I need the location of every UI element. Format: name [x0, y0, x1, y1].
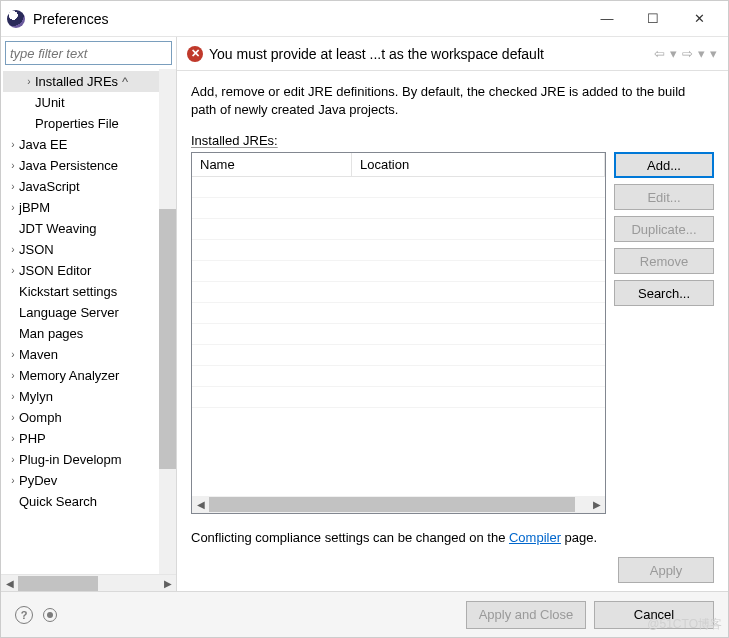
table-row	[192, 387, 605, 408]
twisty-icon[interactable]: ›	[7, 454, 19, 465]
tree-item[interactable]: ›Plug-in Developm	[3, 449, 176, 470]
table-row	[192, 303, 605, 324]
tree-item[interactable]: Language Server	[3, 302, 176, 323]
table-row	[192, 408, 605, 496]
twisty-icon[interactable]: ›	[7, 160, 19, 171]
search-button[interactable]: Search...	[614, 280, 714, 306]
tree-item[interactable]: ›PHP	[3, 428, 176, 449]
tree-item-label: Java EE	[19, 137, 67, 152]
apply-button[interactable]: Apply	[618, 557, 714, 583]
tree-item[interactable]: ›jBPM	[3, 197, 176, 218]
twisty-icon[interactable]: ›	[7, 412, 19, 423]
view-menu-icon[interactable]: ▾	[709, 46, 718, 61]
duplicate-button[interactable]: Duplicate...	[614, 216, 714, 242]
tree-item[interactable]: Kickstart settings	[3, 281, 176, 302]
maximize-button[interactable]: ☐	[630, 1, 676, 37]
column-header-name[interactable]: Name	[192, 153, 352, 177]
tree-item-label: Memory Analyzer	[19, 368, 119, 383]
tree-item[interactable]: ›JSON	[3, 239, 176, 260]
nav-back-menu-icon[interactable]: ▾	[669, 46, 678, 61]
column-header-location[interactable]: Location	[352, 153, 605, 177]
remove-button[interactable]: Remove	[614, 248, 714, 274]
filter-input[interactable]	[5, 41, 172, 65]
tree-item-label: Oomph	[19, 410, 62, 425]
table-hscroll-right-icon[interactable]: ▶	[588, 496, 605, 513]
tree-item[interactable]: ›Installed JREs ^	[3, 71, 176, 92]
tree-item[interactable]: Properties File	[3, 113, 176, 134]
table-row	[192, 282, 605, 303]
table-hscroll[interactable]: ◀ ▶	[192, 496, 605, 513]
close-button[interactable]: ✕	[676, 1, 722, 37]
tree-vscroll-track[interactable]	[159, 69, 176, 574]
tree-item[interactable]: JDT Weaving	[3, 218, 176, 239]
twisty-icon[interactable]: ›	[7, 475, 19, 486]
tree-item-label: jBPM	[19, 200, 50, 215]
bottom-bar: ? Apply and Close Cancel	[1, 591, 728, 637]
tree-item[interactable]: ›JavaScript	[3, 176, 176, 197]
preferences-tree[interactable]: ›Installed JREs ^JUnitProperties File›Ja…	[1, 69, 176, 574]
tree-hscroll-right-icon[interactable]: ▶	[159, 575, 176, 592]
table-row	[192, 198, 605, 219]
tree-hscroll[interactable]: ◀ ▶	[1, 574, 176, 591]
tree-hscroll-thumb[interactable]	[18, 576, 98, 591]
tree-item[interactable]: ›Memory Analyzer	[3, 365, 176, 386]
twisty-icon[interactable]: ›	[7, 370, 19, 381]
twisty-icon[interactable]: ›	[7, 181, 19, 192]
twisty-icon[interactable]: ›	[7, 265, 19, 276]
tree-item-label: PyDev	[19, 473, 57, 488]
twisty-icon[interactable]: ›	[7, 433, 19, 444]
table-row	[192, 177, 605, 198]
oomph-record-icon[interactable]	[43, 608, 57, 622]
nav-forward-icon[interactable]: ⇨	[681, 46, 694, 61]
tree-item-label: Man pages	[19, 326, 83, 341]
cancel-button[interactable]: Cancel	[594, 601, 714, 629]
twisty-icon[interactable]: ›	[7, 202, 19, 213]
tree-item[interactable]: ›Oomph	[3, 407, 176, 428]
page-header: ✕ You must provide at least ...t as the …	[177, 37, 728, 71]
error-icon: ✕	[187, 46, 203, 62]
tree-item[interactable]: ›Java Persistence	[3, 155, 176, 176]
tree-item[interactable]: ›Maven	[3, 344, 176, 365]
tree-item[interactable]: ›PyDev	[3, 470, 176, 491]
twisty-icon[interactable]: ›	[23, 76, 35, 87]
tree-item-label: Mylyn	[19, 389, 53, 404]
nav-forward-menu-icon[interactable]: ▾	[697, 46, 706, 61]
table-hscroll-left-icon[interactable]: ◀	[192, 496, 209, 513]
tree-item-label: Properties File	[35, 116, 119, 131]
tree-item-label: JUnit	[35, 95, 65, 110]
compiler-link[interactable]: Compiler	[509, 530, 561, 545]
tree-item-label: Plug-in Developm	[19, 452, 122, 467]
twisty-icon[interactable]: ›	[7, 244, 19, 255]
minimize-button[interactable]: —	[584, 1, 630, 37]
edit-button[interactable]: Edit...	[614, 184, 714, 210]
tree-item[interactable]: ›Java EE	[3, 134, 176, 155]
tree-item-label: JSON	[19, 242, 54, 257]
nav-back-icon[interactable]: ⇦	[653, 46, 666, 61]
titlebar: Preferences — ☐ ✕	[1, 1, 728, 37]
tree-vscroll-thumb[interactable]	[159, 209, 176, 469]
add-button[interactable]: Add...	[614, 152, 714, 178]
apply-and-close-button[interactable]: Apply and Close	[466, 601, 586, 629]
tree-item-label: PHP	[19, 431, 46, 446]
help-icon[interactable]: ?	[15, 606, 33, 624]
twisty-icon[interactable]: ›	[7, 349, 19, 360]
eclipse-icon	[7, 10, 25, 28]
tree-hscroll-left-icon[interactable]: ◀	[1, 575, 18, 592]
table-row	[192, 240, 605, 261]
tree-item-label: Java Persistence	[19, 158, 118, 173]
tree-item[interactable]: ›JSON Editor	[3, 260, 176, 281]
tree-item[interactable]: JUnit	[3, 92, 176, 113]
tree-item[interactable]: Quick Search	[3, 491, 176, 512]
tree-item-label: Quick Search	[19, 494, 97, 509]
twisty-icon[interactable]: ›	[7, 391, 19, 402]
twisty-icon[interactable]: ›	[7, 139, 19, 150]
footer-note: Conflicting compliance settings can be c…	[191, 530, 714, 545]
window-title: Preferences	[33, 11, 584, 27]
tree-item[interactable]: Man pages	[3, 323, 176, 344]
table-row	[192, 261, 605, 282]
table-row	[192, 324, 605, 345]
table-hscroll-thumb[interactable]	[209, 497, 575, 512]
jre-table[interactable]: Name Location	[191, 152, 606, 514]
tree-item[interactable]: ›Mylyn	[3, 386, 176, 407]
tree-item-label: JSON Editor	[19, 263, 91, 278]
